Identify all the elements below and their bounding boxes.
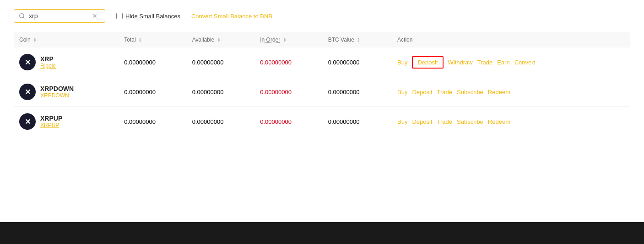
coin-sort-icon[interactable]: ⇕ (33, 37, 37, 42)
search-input[interactable] (29, 12, 88, 20)
btcvalue-header: BTC Value ⇕ (323, 32, 392, 48)
coin-symbol: XRPDOWN (40, 85, 74, 92)
total-sort-icon[interactable]: ⇕ (138, 37, 142, 42)
action-buy[interactable]: Buy (397, 118, 407, 125)
convert-small-balance-link[interactable]: Convert Small Balance to BNB (191, 13, 272, 20)
coin-cell: ✕ XRP Ripple (14, 48, 119, 77)
coin-icon: ✕ (19, 113, 36, 130)
inorder-sort-icon[interactable]: ⇕ (283, 37, 287, 42)
action-deposit[interactable]: Deposit (412, 89, 432, 95)
action-trade[interactable]: Trade (477, 59, 492, 66)
action-redeem[interactable]: Redeem (488, 118, 510, 125)
coin-cell: ✕ XRPDOWN XRPDOWN (14, 77, 119, 107)
total-value: 0.00000000 (119, 107, 186, 137)
btcvalue-value: 0.00000000 (323, 107, 392, 137)
svg-line-1 (23, 17, 25, 19)
coin-name-link[interactable]: Ripple (40, 63, 56, 69)
inorder-value: 0.00000000 (254, 48, 322, 77)
coin-icon: ✕ (19, 54, 36, 70)
hide-small-balances-label[interactable]: Hide Small Balances (116, 13, 180, 20)
svg-point-0 (20, 14, 24, 18)
table-row: ✕ XRPDOWN XRPDOWN 0.000000000.000000000.… (14, 77, 630, 107)
search-box: ✕ (14, 9, 105, 23)
action-cell: BuyDepositTradeSubscribeRedeem (392, 77, 630, 107)
action-trade[interactable]: Trade (437, 118, 452, 125)
action-subscribe[interactable]: Subscribe (457, 118, 483, 125)
action-redeem[interactable]: Redeem (488, 89, 510, 95)
action-cell: BuyDepositTradeSubscribeRedeem (392, 107, 630, 137)
available-value: 0.00000000 (187, 48, 254, 77)
coin-symbol: XRP (40, 55, 56, 63)
btcvalue-sort-icon[interactable]: ⇕ (357, 37, 360, 42)
action-earn[interactable]: Earn (497, 59, 509, 66)
coin-name-link[interactable]: XRPDOWN (40, 92, 74, 99)
footer-bar (0, 222, 644, 244)
inorder-header: In Order ⇕ (254, 32, 322, 48)
action-withdraw[interactable]: Withdraw (448, 59, 473, 66)
coin-header: Coin ⇕ (14, 32, 119, 48)
total-value: 0.00000000 (119, 48, 186, 77)
action-deposit[interactable]: Deposit (412, 118, 432, 125)
clear-icon[interactable]: ✕ (92, 12, 97, 20)
action-deposit[interactable]: Deposit (412, 56, 443, 69)
action-trade[interactable]: Trade (437, 89, 452, 95)
toolbar: ✕ Hide Small Balances Convert Small Bala… (14, 9, 630, 23)
action-convert[interactable]: Convert (514, 59, 536, 66)
action-buy[interactable]: Buy (397, 89, 407, 95)
coin-cell: ✕ XRPUP XRPUP (14, 107, 119, 137)
hide-small-balances-checkbox[interactable] (116, 13, 123, 19)
hide-small-balances-text: Hide Small Balances (125, 13, 180, 20)
coin-icon: ✕ (19, 84, 36, 100)
action-header: Action (392, 32, 630, 48)
total-value: 0.00000000 (119, 77, 186, 107)
inorder-value: 0.00000000 (254, 107, 322, 137)
btcvalue-value: 0.00000000 (323, 77, 392, 107)
btcvalue-value: 0.00000000 (323, 48, 392, 77)
total-header: Total ⇕ (119, 32, 186, 48)
table-row: ✕ XRP Ripple 0.000000000.000000000.00000… (14, 48, 630, 77)
balances-table: Coin ⇕ Total ⇕ Available ⇕ In Order ⇕ BT… (14, 32, 630, 136)
available-value: 0.00000000 (187, 107, 254, 137)
table-row: ✕ XRPUP XRPUP 0.000000000.000000000.0000… (14, 107, 630, 137)
action-cell: BuyDepositWithdrawTradeEarnConvert (392, 48, 630, 77)
table-header-row: Coin ⇕ Total ⇕ Available ⇕ In Order ⇕ BT… (14, 32, 630, 48)
available-sort-icon[interactable]: ⇕ (217, 37, 221, 42)
search-icon (19, 13, 25, 19)
coin-symbol: XRPUP (40, 115, 62, 122)
available-value: 0.00000000 (187, 77, 254, 107)
available-header: Available ⇕ (187, 32, 254, 48)
action-buy[interactable]: Buy (397, 59, 407, 66)
inorder-value: 0.00000000 (254, 77, 322, 107)
coin-name-link[interactable]: XRPUP (40, 122, 62, 128)
action-subscribe[interactable]: Subscribe (457, 89, 483, 95)
